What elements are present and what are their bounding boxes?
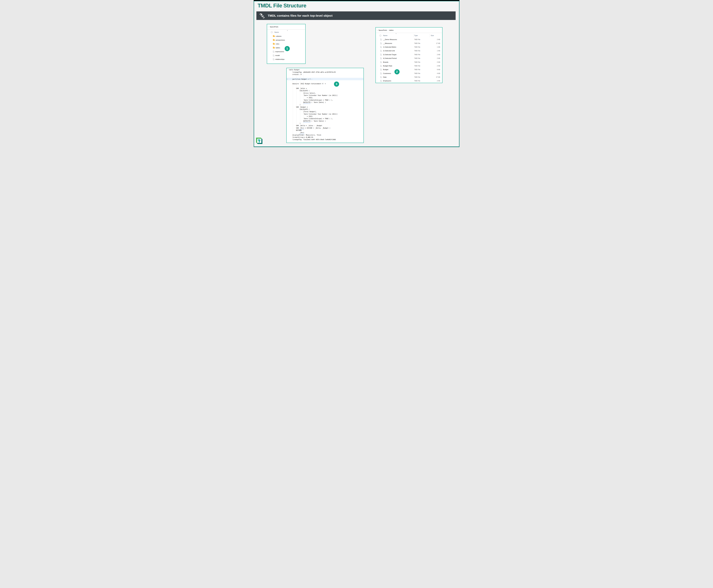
table-row[interactable]: 3) Selected Target TMD File 2 KB <box>376 53 442 57</box>
file-size: 2 KB <box>431 54 440 56</box>
folder-icon <box>273 36 275 37</box>
table-row[interactable]: __Measures TMD File 17 KB <box>376 41 442 45</box>
file-size: 2 KB <box>431 39 440 40</box>
file-size: 9 KB <box>431 69 440 70</box>
step-badge-3: 3 <box>334 82 339 87</box>
file-name: roles <box>276 43 279 45</box>
table-row[interactable]: Brands TMD File 2 KB <box>376 60 442 64</box>
code-line: = 2022, <box>287 115 364 118</box>
code-line: CALCULATE ( <box>287 108 364 110</box>
file-row[interactable]: perspectives <box>267 38 305 42</box>
code-line: VAR _Delta = _Sales - _Budget <box>287 124 364 127</box>
column-label-type[interactable]: Type <box>414 35 431 36</box>
file-row[interactable]: cultures <box>267 34 305 38</box>
step-badge-2: 2 <box>394 69 400 75</box>
file-name: tables <box>276 47 280 48</box>
frame-top <box>254 1 460 1</box>
file-type: TMD File <box>414 54 431 56</box>
chevron-right-icon[interactable]: › <box>377 29 378 31</box>
breadcrumb-item-tables[interactable]: tables <box>389 29 393 31</box>
code-line <box>287 76 364 78</box>
file-icon <box>380 72 382 74</box>
breadcrumb[interactable]: › SpaceParts <box>268 26 278 28</box>
code-line: lineageTag: a6b0eb60-264f-474d-a8fe-ac16… <box>287 71 364 73</box>
explorer-tables-panel: › SpaceParts › tables Name Type Size ∧ _… <box>375 27 443 83</box>
sort-caret-icon[interactable]: ∧ <box>287 30 288 31</box>
file-name: Brands <box>383 61 414 63</box>
column-separator[interactable] <box>429 34 430 37</box>
file-name: cultures <box>276 35 282 37</box>
column-label-name[interactable]: Name <box>274 31 279 33</box>
code-line: ordinal: 9 <box>287 73 364 76</box>
table-row[interactable]: 2) Selected Unit TMD File 1 KB <box>376 49 442 52</box>
breadcrumb-item-spaceparts[interactable]: SpaceParts <box>379 29 387 31</box>
table-row[interactable]: Date TMD File 27 KB <box>376 75 442 79</box>
file-icon <box>273 59 274 60</box>
file-row[interactable]: roles <box>267 42 305 46</box>
code-line: _Perc <box>287 131 364 134</box>
file-type: TMD File <box>414 69 431 70</box>
file-size: 1 KB <box>431 46 440 48</box>
file-icon <box>380 61 382 63</box>
code-line: › partition Budget = M ⋯ <box>287 78 364 80</box>
table-row[interactable]: Customers TMD File 4 KB <box>376 71 442 75</box>
table-row[interactable]: Budget Rate TMD File 2 KB <box>376 64 442 68</box>
column-header-name[interactable]: Name <box>267 30 305 34</box>
file-size: 2 KB <box>431 80 440 82</box>
table-row[interactable]: Employees TMD File 2 KB <box>376 79 442 83</box>
select-all-checkbox[interactable] <box>380 35 381 36</box>
table-row[interactable]: Budget TMD File 9 KB <box>376 68 442 71</box>
code-line: ) <box>287 103 364 106</box>
file-name: 3) Selected Target <box>383 54 414 56</box>
fold-chevron-icon[interactable]: › <box>287 78 289 80</box>
file-type: TMD File <box>414 72 431 74</box>
column-header-row: Name Type Size <box>376 34 442 37</box>
breadcrumb[interactable]: › SpaceParts › tables <box>377 29 393 31</box>
table-row[interactable]: 1) Selected Metric TMD File 1 KB <box>376 45 442 49</box>
breadcrumb-item-spaceparts[interactable]: SpaceParts <box>270 26 278 28</box>
code-line <box>287 80 364 83</box>
file-icon <box>380 54 382 56</box>
file-size: 4 KB <box>431 72 440 74</box>
file-type: TMD File <box>414 58 431 59</box>
file-size: 17 KB <box>431 42 440 44</box>
file-type: TMD File <box>414 42 431 44</box>
file-type: TMD File <box>414 65 431 67</box>
chevron-right-icon[interactable]: › <box>388 29 388 31</box>
file-type: TMD File <box>414 46 431 48</box>
divider <box>376 29 442 29</box>
code-line: measure '2022 Budget Achievement %' = <box>287 83 364 85</box>
code-editor[interactable]: table Budget lineageTag: a6b0eb60-264f-4… <box>286 68 364 143</box>
code-line: DATESYTD ( 'Date'[Date] ) <box>287 120 364 122</box>
tabular-editor-logo <box>256 137 263 144</box>
folder-icon <box>273 43 275 45</box>
page-title: TMDL File Structure <box>258 3 306 9</box>
file-row[interactable]: relationships <box>267 57 305 61</box>
file-name: Employees <box>383 80 414 82</box>
column-label-size[interactable]: Size <box>431 35 440 36</box>
file-type: TMD File <box>414 50 431 51</box>
table-row[interactable]: __Demo Measures TMD File 2 KB <box>376 38 442 41</box>
chevron-right-icon[interactable]: › <box>268 26 269 28</box>
slide-root: TMDL File Structure TMDL contains files … <box>254 0 460 147</box>
file-icon <box>380 46 382 48</box>
code-line: = 2022, <box>287 97 364 99</box>
select-all-checkbox[interactable] <box>271 31 272 33</box>
file-row[interactable]: model <box>267 54 305 57</box>
sort-caret-icon[interactable]: ∧ <box>396 33 396 34</box>
column-label-name[interactable]: Name <box>383 35 414 36</box>
code-line: DATESYTD ( 'Date'[Date] ) <box>287 101 364 103</box>
code-line: VAR _Perc = DIVIDE ( _Delta, _Budget ) <box>287 127 364 129</box>
file-icon <box>273 55 274 56</box>
table-row[interactable]: 4) Selected Period TMD File 2 KB <box>376 57 442 60</box>
file-size: 27 KB <box>431 76 440 78</box>
file-size: 2 KB <box>431 65 440 67</box>
file-name: __Measures <box>383 42 414 44</box>
file-name: relationships <box>276 59 285 60</box>
file-icon <box>380 39 382 40</box>
code-line: VAR _Sales = <box>287 87 364 89</box>
code-line: CALCULATE ( <box>287 89 364 92</box>
folder-icon <box>273 39 275 41</box>
code-line: 'Date'[Calendar Year Number (ie 2021)] <box>287 94 364 97</box>
section-banner: TMDL contains files for each top-level o… <box>257 12 455 20</box>
